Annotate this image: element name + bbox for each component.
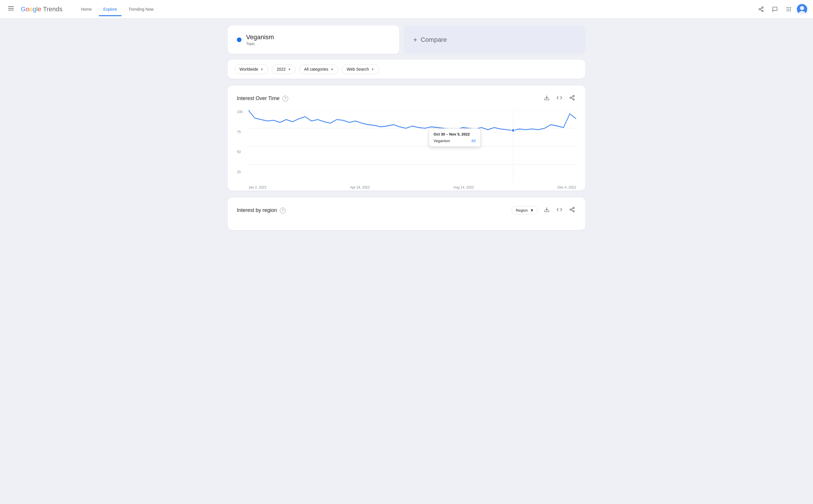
search-type-filter-label: Web Search [347,67,369,72]
region-card-title: Interest by region [237,207,277,213]
chart-area: 100 75 50 25 [237,110,576,183]
chart-title: Interest Over Time [237,95,279,101]
region-selector-label: Region [516,208,528,212]
search-type-filter[interactable]: Web Search ▼ [342,64,379,74]
share-icon[interactable] [755,3,767,15]
region-filter[interactable]: Worldwide ▼ [234,64,268,74]
y-label-50: 50 [237,150,248,154]
svg-rect-1 [8,8,14,9]
region-share-icon[interactable] [568,206,576,215]
svg-point-10 [790,7,791,8]
region-embed-icon[interactable] [555,206,564,215]
compare-label: Compare [421,36,447,44]
hamburger-menu-icon[interactable] [6,3,16,15]
header: Google Trends Home Explore Trending Now [0,0,813,18]
chart-help-icon[interactable]: ? [282,96,288,101]
svg-point-23 [573,99,575,100]
nav-trending-now[interactable]: Trending Now [124,5,158,14]
year-filter[interactable]: 2022 ▼ [272,64,296,74]
svg-rect-0 [8,6,14,7]
category-filter[interactable]: All categories ▼ [299,64,338,74]
search-type-filter-chevron: ▼ [371,68,374,71]
feedback-icon[interactable] [769,3,781,15]
interest-by-region-card: Interest by region ? Region ▼ [228,198,585,230]
topic-card: Veganism Topic [228,25,399,54]
svg-point-4 [759,8,761,10]
trends-wordmark: Trends [43,5,63,13]
svg-point-16 [790,10,791,11]
region-card-header: Interest by region ? Region ▼ [237,206,576,215]
main-content: Veganism Topic + Compare Worldwide ▼ 202… [204,18,609,237]
header-right [755,3,807,15]
x-label-dec: Dec 4, 2022 [557,185,576,189]
y-label-75: 75 [237,130,248,134]
svg-line-25 [571,96,573,97]
chart-plot: Oct 30 – Nov 5, 2022 Veganism 83 Jan 2, … [248,110,576,183]
year-filter-chevron: ▼ [288,68,291,71]
google-wordmark: Google [21,5,41,13]
year-filter-label: 2022 [277,67,286,72]
svg-point-35 [573,211,575,212]
topic-dot [237,37,241,42]
x-label-jan: Jan 2, 2022 [248,185,266,189]
y-label-100: 100 [237,110,248,114]
topic-name: Veganism [246,33,274,41]
chart-header: Interest Over Time ? [237,94,576,103]
download-icon[interactable] [543,94,551,103]
svg-point-12 [788,9,789,10]
svg-point-33 [573,207,575,209]
google-trends-logo: Google Trends [21,5,63,13]
svg-point-9 [788,7,789,8]
svg-point-11 [787,9,788,10]
chart-svg [248,110,576,183]
region-filter-label: Worldwide [239,67,258,72]
x-label-aug: Aug 14, 2022 [453,185,474,189]
region-selector-chevron: ▼ [530,208,534,212]
topic-type: Topic [246,42,274,46]
category-filter-chevron: ▼ [330,68,333,71]
y-axis: 100 75 50 25 [237,110,248,183]
embed-icon[interactable] [555,94,564,103]
category-filter-label: All categories [304,67,328,72]
svg-line-37 [571,208,573,209]
svg-rect-2 [8,10,14,10]
svg-point-8 [787,7,788,8]
chart-title-row: Interest Over Time ? [237,95,288,101]
header-left: Google Trends Home Explore Trending Now [6,3,755,15]
svg-point-3 [762,7,763,8]
svg-line-7 [760,8,762,9]
svg-point-21 [573,95,575,97]
share-chart-icon[interactable] [568,94,576,103]
compare-plus-icon: + [413,36,417,44]
region-filter-chevron: ▼ [260,68,263,71]
svg-line-24 [571,98,573,99]
svg-point-18 [800,6,804,10]
nav-home[interactable]: Home [76,5,96,14]
search-section: Veganism Topic + Compare [228,25,585,54]
region-help-icon[interactable]: ? [280,208,286,213]
avatar[interactable] [797,4,807,14]
region-title-row: Interest by region ? [237,207,286,213]
filters-bar: Worldwide ▼ 2022 ▼ All categories ▼ Web … [228,60,585,79]
chart-actions [543,94,576,103]
x-label-apr: Apr 24, 2022 [350,185,370,189]
nav-explore[interactable]: Explore [99,5,121,14]
region-download-icon[interactable] [543,206,551,215]
svg-line-6 [760,10,762,10]
svg-point-34 [570,209,572,210]
svg-point-15 [788,10,789,11]
svg-point-5 [762,10,763,12]
interest-over-time-card: Interest Over Time ? [228,86,585,191]
y-label-25: 25 [237,170,248,174]
main-nav: Home Explore Trending Now [76,5,158,14]
compare-card[interactable]: + Compare [404,25,585,54]
apps-grid-icon[interactable] [783,3,795,15]
region-card-actions: Region ▼ [512,206,576,215]
region-selector-button[interactable]: Region ▼ [512,206,538,215]
x-axis: Jan 2, 2022 Apr 24, 2022 Aug 14, 2022 De… [248,184,576,189]
topic-info: Veganism Topic [246,33,274,46]
svg-line-36 [571,210,573,211]
svg-point-14 [787,10,788,11]
svg-point-22 [570,97,572,99]
svg-point-13 [790,9,791,10]
